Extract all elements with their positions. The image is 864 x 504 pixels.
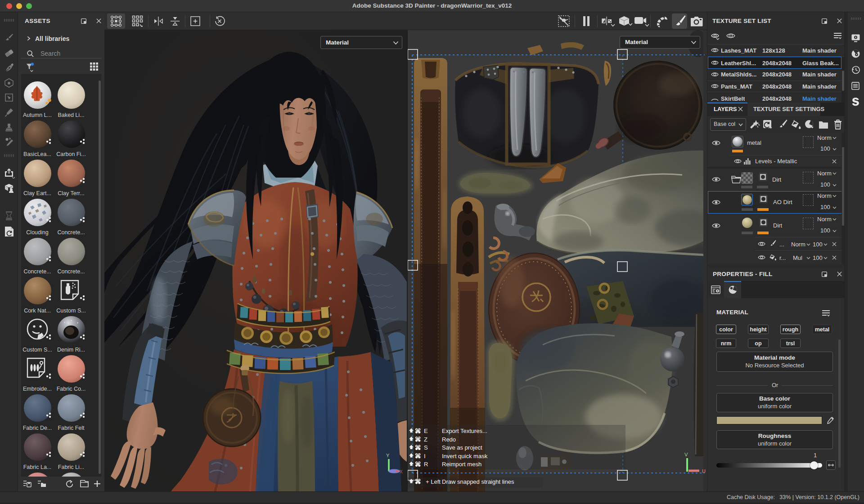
svg-text:Redo: Redo — [442, 436, 456, 443]
svg-text:+ Left: + Left — [426, 478, 441, 485]
svg-text:U: U — [702, 468, 706, 474]
svg-text:Reimport mesh: Reimport mesh — [442, 461, 482, 468]
svg-text:Invert quick mask: Invert quick mask — [442, 453, 488, 459]
svg-text:V: V — [684, 452, 688, 457]
svg-text:Y: Y — [386, 453, 390, 458]
svg-text:1: 1 — [730, 34, 732, 38]
svg-text:I: I — [424, 453, 426, 459]
svg-text:Export Textures...: Export Textures... — [442, 428, 487, 434]
svg-text:Save as project: Save as project — [442, 444, 482, 451]
svg-text:S: S — [424, 444, 428, 451]
svg-text:Z: Z — [424, 436, 428, 443]
svg-text:R: R — [424, 461, 428, 468]
svg-text:E: E — [424, 428, 428, 434]
svg-text:Draw snapped straight lines: Draw snapped straight lines — [442, 478, 514, 485]
svg-text:X: X — [400, 469, 403, 474]
